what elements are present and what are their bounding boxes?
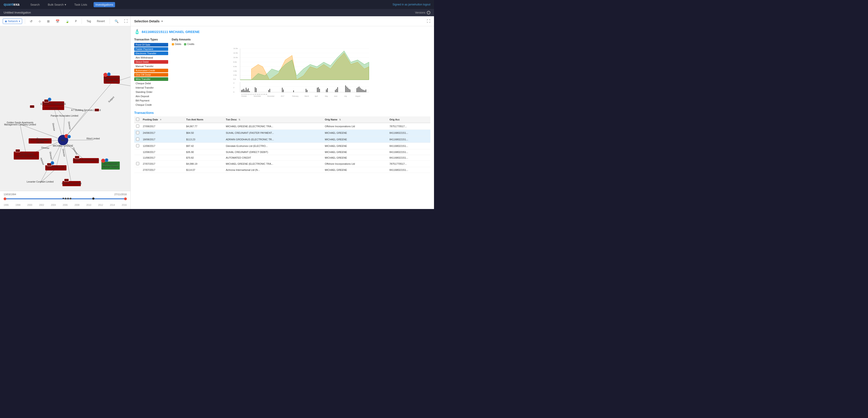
row-checkbox[interactable] [136,144,139,147]
svg-text:June: June [334,95,337,97]
layout-button[interactable]: ⊹ [36,18,43,24]
txn-type-cheque-credit[interactable]: Cheque Credit [134,103,168,107]
nav-bulk-search[interactable]: Bulk Search ▾ [46,2,68,7]
network-canvas[interactable]: ESTERON COMMERCE LIMITED ICU 1 CROWN MIN… [0,26,130,191]
txn-type-bill-payment[interactable]: Bill Payment [134,99,168,102]
nav-search[interactable]: Search [29,2,41,7]
txn-type-atm-deposit-label: Atm Deposit [135,95,149,98]
table-row: 12/08/2017 $97.42 Glendale Ecohomes Ltd … [134,143,430,149]
left-panel: ◉ Network ▾ ↺ ⊹ ⊞ 📅 🍃 P [0,16,131,209]
timeline-event-markers [63,198,71,199]
tag-button[interactable]: Tag [85,19,93,24]
row-orig-acc: 841168022151... [388,155,430,161]
filter-button[interactable]: 🍃 [63,18,71,24]
txn-type-point-of-sale[interactable]: Point Of Sale [134,43,168,46]
svg-rect-222 [282,88,283,92]
txn-type-direct-debit[interactable]: Direct Debit [134,60,168,64]
calendar-button[interactable]: 📅 [54,18,61,24]
timeline-handle-left[interactable] [4,197,6,200]
main-layout: ◉ Network ▾ ↺ ⊹ ⊞ 📅 🍃 P [0,16,434,209]
row-checkbox[interactable] [136,125,139,128]
auth-info: Signed in as jamiehutton logout [393,3,430,6]
row-checkbox[interactable] [136,162,139,165]
select-button[interactable]: ⊞ [45,18,52,24]
timeline-handle-right[interactable] [124,197,127,200]
svg-text:COHEN OVERSEAS LTD: COHEN OVERSEAS LTD [73,159,99,162]
nav-task-lists[interactable]: Task Lists [72,2,89,7]
selection-details-chevron-icon[interactable]: ▾ [161,20,163,23]
select-all-checkbox[interactable] [136,118,139,121]
svg-rect-240 [356,88,357,92]
txn-type-automated-credit[interactable]: Automated Credit [134,69,168,72]
svg-rect-211 [242,90,243,92]
header-txn-desc[interactable]: Txn Desc ⇅ [224,116,323,123]
history-button[interactable]: ↺ [28,18,35,24]
logout-link[interactable]: logout [423,3,430,6]
table-row: 27/07/2017 $114.07 Achrona Internartiona… [134,167,430,173]
svg-text:10.0k: 10.0k [233,57,238,59]
sort-txn-desc-icon: ⇅ [239,119,240,121]
fullscreen-button[interactable]: ⛶ [124,19,128,23]
txn-type-faster-payment[interactable]: Faster Payment [134,47,168,51]
p-button[interactable]: P [73,19,79,24]
header-orig-acc[interactable]: Orig Acc [388,116,430,123]
row-txn-desc: MICHAEL GREENE (ELECTRONIC TRA... [224,161,323,167]
revert-button[interactable]: Revert [95,19,107,24]
selection-content: 🧴 84116802215111 MICHAEL GREENE Transact… [131,26,434,209]
row-checkbox-cell [134,123,141,130]
svg-text:Limited: Limited [36,141,44,143]
txn-type-one-off-debit-label: One Off Debit [135,73,151,76]
header-posting-date[interactable]: Posting Date ▼ [141,116,184,123]
svg-text:4: 4 [108,73,110,75]
svg-rect-238 [348,89,349,92]
row-txn-amt: $35.90 [184,149,224,155]
svg-text:Levanter Corsham Limited: Levanter Corsham Limited [27,181,54,183]
row-orig-name: MICHAEL GREENE [323,155,388,161]
svg-text:12.0k: 12.0k [233,52,238,54]
transaction-types-panel: Transaction Types Point Of Sale Faster P… [134,38,168,107]
header-txn-amt-norm[interactable]: Txn Amt Norm [184,116,224,123]
row-checkbox-cell [134,130,141,136]
table-row: 18/08/2017 $113.23 ADRAIN GRODHAUS (ELEC… [134,136,430,143]
txn-type-one-off-debit[interactable]: One Off Debit [134,73,168,76]
header-orig-name[interactable]: Orig Name ⇅ [323,116,388,123]
svg-line-7 [112,83,130,91]
search-network-button[interactable]: 🔍 [113,18,121,24]
row-orig-acc: 841168022151... [388,167,430,173]
timeline-end-date: 27/11/2016 [114,193,127,196]
row-checkbox-cell [134,136,141,143]
sort-orig-name-icon: ⇅ [339,119,341,121]
network-button[interactable]: ◉ Network ▾ [3,19,22,24]
svg-text:December: December [267,95,275,97]
svg-rect-242 [359,87,360,92]
versions-button[interactable]: Versions ⓘ [415,11,430,14]
row-txn-amt: $4,067.77 [184,123,224,130]
svg-text:Tobias Black: Tobias Black [105,80,119,83]
txn-type-atm-deposit[interactable]: Atm Deposit [134,94,168,98]
svg-rect-219 [256,88,256,92]
txn-type-electronic-transfer[interactable]: Electronic Transfer [134,52,168,55]
svg-text:MG: MG [61,139,65,142]
svg-text:July: July [344,95,347,97]
txn-type-atm-withdrawal[interactable]: Atm Withdrawal [134,56,168,59]
txn-type-standing-order[interactable]: Standing Order [134,90,168,94]
svg-text:dvd: dvd [65,179,68,182]
txn-type-cheque-debit[interactable]: Cheque Debit [134,82,168,85]
timeline-track[interactable] [4,198,127,199]
row-posting-date: 18/08/2017 [141,136,184,143]
svg-text:Pamper Associates Limited: Pamper Associates Limited [51,115,78,117]
row-txn-amt: $113.23 [184,136,224,143]
txn-type-wire-transfer[interactable]: Wire Transfer [134,77,168,81]
svg-text:4: 4 [233,82,235,84]
svg-rect-248 [366,90,366,92]
nav-investigations[interactable]: Investigations [94,2,115,7]
txn-type-internal-transfer[interactable]: Internal Transfer [134,86,168,90]
svg-rect-234 [337,87,338,92]
svg-rect-216 [248,88,249,92]
selection-fullscreen-button[interactable]: ⛶ [427,19,430,23]
svg-text:1: 1 [52,162,53,164]
row-checkbox[interactable] [136,131,139,134]
row-checkbox[interactable] [136,138,139,141]
txn-type-manual-transfer[interactable]: Manual Transfer [134,64,168,68]
row-orig-acc: 841168022151... [388,130,430,136]
